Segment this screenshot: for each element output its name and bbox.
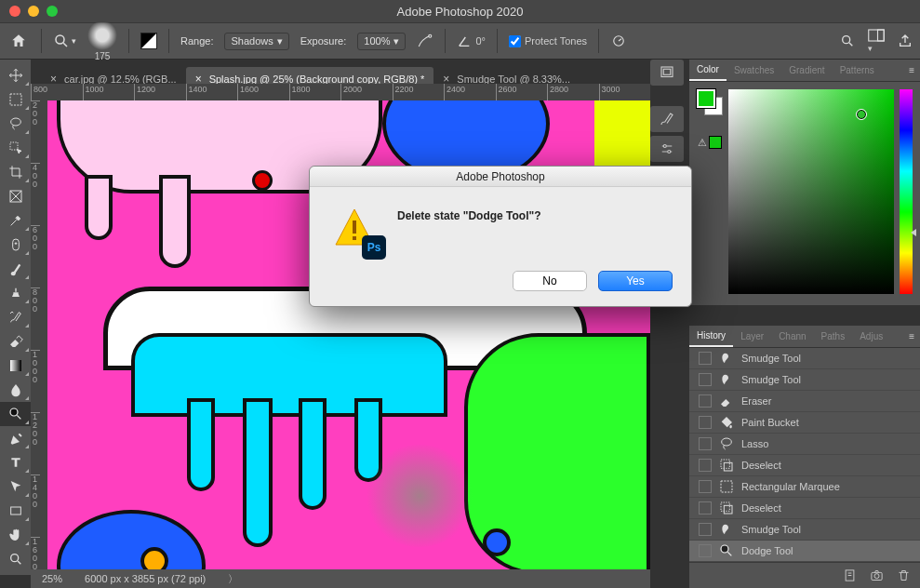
history-visibility-toggle[interactable] [699,437,712,450]
lasso-tool[interactable] [0,112,31,136]
range-select[interactable]: Shadows▾ [224,33,288,50]
window-controls [9,6,58,17]
right-panel-group: Color Swatches Gradient Patterns ≡ ⚠ His… [689,60,920,588]
crop-tool[interactable] [0,160,31,184]
marquee-tool[interactable] [0,87,31,112]
quick-selection-tool[interactable] [0,136,31,160]
tool-preset-picker[interactable]: ▾ [53,33,76,49]
gradient-tool[interactable] [0,354,31,378]
history-state[interactable]: Lasso [689,434,920,455]
move-tool[interactable] [0,63,31,87]
zoom-level[interactable]: 25% [42,573,62,584]
airbrush-toggle[interactable] [417,33,433,49]
close-window[interactable] [9,6,20,17]
panel-tab-swatches[interactable]: Swatches [727,60,781,81]
brush-angle[interactable]: 0° [457,33,486,48]
ruler-vertical[interactable]: 2 0 04 0 06 0 08 0 01 0 0 01 2 0 01 4 0 … [31,100,47,569]
hand-tool[interactable] [0,523,31,547]
svg-rect-13 [10,507,20,514]
svg-rect-29 [353,220,356,234]
panel-tab-paths[interactable]: Paths [814,326,853,347]
brush-panel-toggle[interactable] [140,33,157,49]
collapsed-panel-dock [650,60,684,162]
clone-stamp-tool[interactable] [0,281,31,305]
history-state[interactable]: Deselect [689,498,920,519]
zoom-tool[interactable] [0,547,31,571]
history-visibility-toggle[interactable] [699,523,712,536]
document-info[interactable]: 6000 px x 3855 px (72 ppi) [85,573,206,584]
path-selection-tool[interactable] [0,474,31,499]
eraser-tool[interactable] [0,329,31,354]
svg-point-17 [663,145,666,148]
svg-rect-21 [724,462,732,471]
dodge-tool[interactable] [0,402,31,426]
history-brush-tool[interactable] [0,305,31,329]
learn-panel-icon[interactable] [650,60,684,86]
svg-rect-11 [10,360,21,371]
brush-preset-picker[interactable]: 175 [87,20,117,61]
lasso-icon [719,436,734,451]
panel-tab-gradient[interactable]: Gradient [781,60,832,81]
workspace-switcher[interactable]: ▾ [868,29,885,53]
history-visibility-toggle[interactable] [699,394,712,408]
home-button[interactable] [7,30,30,52]
gamut-warning-icon[interactable]: ⚠ [698,136,722,149]
history-visibility-toggle[interactable] [699,416,712,429]
history-state[interactable]: Smudge Tool [689,519,920,541]
history-panel: History Layer Chann Paths Adjus ≡ Smudge… [689,326,920,588]
svg-point-1 [429,34,432,37]
no-button[interactable]: No [513,271,587,291]
camera-icon[interactable] [870,568,884,582]
brush-tool[interactable] [0,257,31,281]
status-caret[interactable]: 〉 [228,572,238,586]
svg-point-0 [56,35,64,44]
history-visibility-toggle[interactable] [699,544,712,557]
type-tool[interactable] [0,450,31,474]
maximize-window[interactable] [47,6,58,17]
panel-tab-color[interactable]: Color [689,60,727,81]
history-state[interactable]: Dodge Tool [689,541,920,562]
panel-tab-adjustments[interactable]: Adjus [852,326,890,347]
history-visibility-toggle[interactable] [699,373,712,386]
saturation-value-picker[interactable] [728,89,894,294]
hue-slider[interactable] [900,89,913,294]
history-state[interactable]: Smudge Tool [689,348,920,369]
history-visibility-toggle[interactable] [699,501,712,514]
create-document-icon[interactable] [843,568,857,582]
rectangle-tool[interactable] [0,499,31,523]
eyedropper-tool[interactable] [0,208,31,233]
eraser-icon [719,394,734,408]
blur-tool[interactable] [0,378,31,402]
history-state[interactable]: Paint Bucket [689,412,920,434]
pressure-toggle[interactable] [610,33,627,49]
history-state[interactable]: Smudge Tool [689,369,920,391]
yes-button[interactable]: Yes [598,271,673,291]
history-visibility-toggle[interactable] [699,352,712,365]
panel-tab-channels[interactable]: Chann [771,326,813,347]
panel-tab-patterns[interactable]: Patterns [833,60,882,81]
panel-menu-icon[interactable]: ≡ [903,65,920,75]
smudge-icon [719,372,734,387]
history-visibility-toggle[interactable] [699,480,712,493]
history-state[interactable]: Deselect [689,455,920,476]
minimize-window[interactable] [28,6,39,17]
panel-tab-layers[interactable]: Layer [733,326,771,347]
frame-tool[interactable] [0,184,31,208]
share-icon[interactable] [898,33,913,48]
history-state[interactable]: Rectangular Marquee [689,476,920,498]
search-icon[interactable] [840,33,855,48]
exposure-select[interactable]: 100%▾ [357,33,406,50]
history-state[interactable]: Eraser [689,391,920,412]
healing-brush-tool[interactable] [0,233,31,257]
protect-tones-checkbox[interactable]: Protect Tones [509,35,587,47]
panel-tab-history[interactable]: History [689,326,733,347]
ruler-horizontal[interactable]: 8001000120014001600180020002200240026002… [31,84,650,100]
pen-tool[interactable] [0,426,31,450]
fg-bg-swatch[interactable] [697,89,723,115]
panel-menu-icon[interactable]: ≡ [903,331,920,341]
brushes-panel-icon[interactable] [650,106,684,132]
delete-icon[interactable] [897,568,911,582]
adjustments-panel-icon[interactable] [650,136,684,162]
history-visibility-toggle[interactable] [699,459,712,472]
history-state-label: Deselect [741,460,781,471]
